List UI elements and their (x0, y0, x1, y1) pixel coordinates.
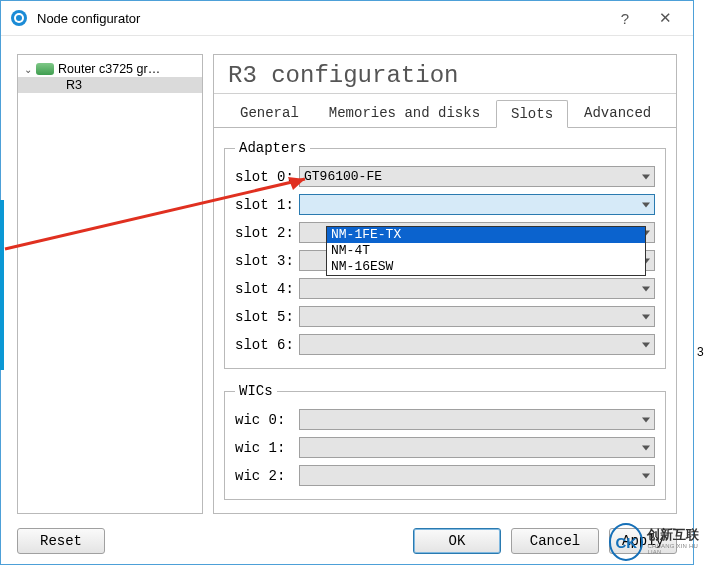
slot4-label: slot 4: (235, 281, 299, 297)
tree-group-row[interactable]: ⌄ Router c3725 gr… (18, 61, 202, 77)
wic2-label: wic 2: (235, 468, 299, 484)
watermark-logo: CK (609, 523, 643, 561)
slot6-row: slot 6: (235, 334, 655, 355)
page-title: R3 configuration (214, 55, 676, 94)
watermark-en: CHUANG XIN HU LIAN (647, 543, 707, 556)
slot0-combo[interactable]: GT96100-FE (299, 166, 655, 187)
wic1-row: wic 1: (235, 437, 655, 458)
tab-advanced[interactable]: Advanced (570, 100, 665, 127)
slot5-label: slot 5: (235, 309, 299, 325)
slot0-label: slot 0: (235, 169, 299, 185)
slot6-label: slot 6: (235, 337, 299, 353)
dropdown-option-nm-4t[interactable]: NM-4T (327, 243, 645, 259)
window-title: Node configurator (37, 11, 605, 26)
slot0-value: GT96100-FE (304, 169, 382, 184)
slot1-row: slot 1: (235, 194, 655, 215)
chevron-down-icon (642, 445, 650, 450)
config-pane: R3 configuration General Memories and di… (213, 54, 677, 514)
wic1-combo[interactable] (299, 437, 655, 458)
slot1-label: slot 1: (235, 197, 299, 213)
wic2-row: wic 2: (235, 465, 655, 486)
edge-decoration-left (0, 200, 4, 370)
slot5-combo[interactable] (299, 306, 655, 327)
wic1-label: wic 1: (235, 440, 299, 456)
reset-button[interactable]: Reset (17, 528, 105, 554)
edge-text-right: 3 (697, 345, 707, 359)
chevron-down-icon (642, 286, 650, 291)
chevron-down-icon (642, 174, 650, 179)
tree-toggle-icon[interactable]: ⌄ (24, 64, 36, 75)
slot1-dropdown-list: NM-1FE-TX NM-4T NM-16ESW (326, 226, 646, 276)
tree-pane: ⌄ Router c3725 gr… R3 (17, 54, 203, 514)
chevron-down-icon (642, 342, 650, 347)
slot1-combo[interactable] (299, 194, 655, 215)
wics-group: WICs wic 0: wic 1: wic 2: (224, 383, 666, 500)
tree-node-r3[interactable]: R3 (18, 77, 202, 93)
wic0-combo[interactable] (299, 409, 655, 430)
slot4-combo[interactable] (299, 278, 655, 299)
chevron-down-icon (642, 473, 650, 478)
svg-point-2 (16, 15, 22, 21)
chevron-down-icon (642, 417, 650, 422)
tab-general[interactable]: General (226, 100, 313, 127)
watermark: CK 创新互联 CHUANG XIN HU LIAN (609, 523, 707, 561)
adapters-legend: Adapters (235, 140, 310, 156)
slot3-label: slot 3: (235, 253, 299, 269)
tab-memories[interactable]: Memories and disks (315, 100, 494, 127)
titlebar: Node configurator ? ✕ (1, 1, 693, 36)
app-icon (9, 8, 29, 28)
wic2-combo[interactable] (299, 465, 655, 486)
node-configurator-window: Node configurator ? ✕ ⌄ Router c3725 gr…… (0, 0, 694, 565)
tree-group-label: Router c3725 gr… (58, 62, 160, 76)
close-button[interactable]: ✕ (645, 3, 685, 33)
button-row: Reset OK Cancel Apply (1, 518, 693, 564)
slot2-label: slot 2: (235, 225, 299, 241)
slot0-row: slot 0: GT96100-FE (235, 166, 655, 187)
watermark-cn: 创新互联 (647, 528, 707, 542)
slot5-row: slot 5: (235, 306, 655, 327)
router-icon (36, 63, 54, 75)
slot4-row: slot 4: (235, 278, 655, 299)
wic0-row: wic 0: (235, 409, 655, 430)
ok-button[interactable]: OK (413, 528, 501, 554)
help-button[interactable]: ? (605, 3, 645, 33)
tree-node-label: R3 (66, 78, 82, 92)
cancel-button[interactable]: Cancel (511, 528, 599, 554)
dropdown-option-nm-1fe-tx[interactable]: NM-1FE-TX (327, 227, 645, 243)
tab-body: Adapters slot 0: GT96100-FE slot 1: (214, 128, 676, 526)
chevron-down-icon (642, 202, 650, 207)
wic0-label: wic 0: (235, 412, 299, 428)
chevron-down-icon (642, 314, 650, 319)
wics-legend: WICs (235, 383, 277, 399)
watermark-text: 创新互联 CHUANG XIN HU LIAN (647, 528, 707, 555)
tabs: General Memories and disks Slots Advance… (214, 100, 676, 128)
dropdown-option-nm-16esw[interactable]: NM-16ESW (327, 259, 645, 275)
slot6-combo[interactable] (299, 334, 655, 355)
tab-slots[interactable]: Slots (496, 100, 568, 128)
